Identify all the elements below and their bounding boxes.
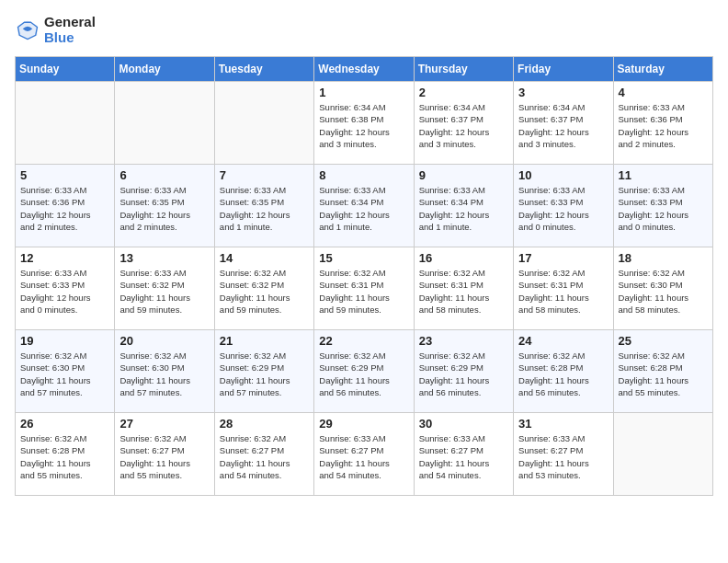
day-number: 19 bbox=[20, 334, 109, 348]
day-info: Sunrise: 6:34 AM Sunset: 6:38 PM Dayligh… bbox=[319, 101, 408, 150]
calendar-cell: 29Sunrise: 6:33 AM Sunset: 6:27 PM Dayli… bbox=[314, 413, 414, 496]
day-info: Sunrise: 6:32 AM Sunset: 6:30 PM Dayligh… bbox=[20, 350, 109, 398]
day-number: 31 bbox=[518, 417, 608, 431]
calendar-cell bbox=[16, 82, 115, 165]
day-number: 24 bbox=[518, 334, 608, 348]
calendar-cell: 24Sunrise: 6:32 AM Sunset: 6:28 PM Dayli… bbox=[514, 330, 613, 413]
calendar-cell: 16Sunrise: 6:32 AM Sunset: 6:31 PM Dayli… bbox=[414, 247, 513, 330]
day-info: Sunrise: 6:32 AM Sunset: 6:31 PM Dayligh… bbox=[319, 267, 408, 316]
calendar-cell: 5Sunrise: 6:33 AM Sunset: 6:36 PM Daylig… bbox=[16, 165, 115, 247]
weekday-header: Saturday bbox=[613, 57, 712, 82]
day-info: Sunrise: 6:33 AM Sunset: 6:33 PM Dayligh… bbox=[518, 184, 608, 233]
weekday-header: Thursday bbox=[414, 57, 513, 82]
day-info: Sunrise: 6:32 AM Sunset: 6:29 PM Dayligh… bbox=[220, 350, 309, 398]
day-info: Sunrise: 6:32 AM Sunset: 6:27 PM Dayligh… bbox=[119, 432, 209, 481]
calendar-cell: 14Sunrise: 6:32 AM Sunset: 6:32 PM Dayli… bbox=[214, 247, 313, 330]
calendar-cell: 19Sunrise: 6:32 AM Sunset: 6:30 PM Dayli… bbox=[16, 330, 115, 413]
calendar-cell: 15Sunrise: 6:32 AM Sunset: 6:31 PM Dayli… bbox=[314, 247, 414, 330]
calendar-cell: 9Sunrise: 6:33 AM Sunset: 6:34 PM Daylig… bbox=[414, 165, 513, 247]
calendar-cell bbox=[214, 82, 313, 165]
day-info: Sunrise: 6:33 AM Sunset: 6:35 PM Dayligh… bbox=[220, 184, 309, 233]
calendar-cell: 17Sunrise: 6:32 AM Sunset: 6:31 PM Dayli… bbox=[514, 247, 613, 330]
weekday-header: Tuesday bbox=[214, 57, 313, 82]
calendar-cell bbox=[115, 82, 214, 165]
day-info: Sunrise: 6:32 AM Sunset: 6:30 PM Dayligh… bbox=[619, 267, 708, 316]
calendar-cell: 25Sunrise: 6:32 AM Sunset: 6:28 PM Dayli… bbox=[613, 330, 712, 413]
calendar-week-row: 12Sunrise: 6:33 AM Sunset: 6:33 PM Dayli… bbox=[16, 247, 713, 330]
logo-text: General Blue bbox=[44, 15, 96, 45]
day-number: 21 bbox=[220, 334, 309, 348]
day-number: 3 bbox=[518, 86, 608, 99]
weekday-header: Friday bbox=[514, 57, 613, 82]
calendar-week-row: 26Sunrise: 6:32 AM Sunset: 6:28 PM Dayli… bbox=[16, 413, 713, 496]
calendar-cell bbox=[613, 413, 712, 496]
day-info: Sunrise: 6:33 AM Sunset: 6:27 PM Dayligh… bbox=[518, 432, 608, 481]
calendar-cell: 1Sunrise: 6:34 AM Sunset: 6:38 PM Daylig… bbox=[314, 82, 414, 165]
day-number: 4 bbox=[619, 86, 708, 99]
day-number: 1 bbox=[319, 86, 408, 99]
calendar-week-row: 19Sunrise: 6:32 AM Sunset: 6:30 PM Dayli… bbox=[16, 330, 713, 413]
weekday-header: Wednesday bbox=[314, 57, 414, 82]
day-info: Sunrise: 6:32 AM Sunset: 6:28 PM Dayligh… bbox=[518, 350, 608, 398]
calendar-cell: 30Sunrise: 6:33 AM Sunset: 6:27 PM Dayli… bbox=[414, 413, 513, 496]
day-info: Sunrise: 6:32 AM Sunset: 6:27 PM Dayligh… bbox=[220, 432, 309, 481]
calendar-cell: 26Sunrise: 6:32 AM Sunset: 6:28 PM Dayli… bbox=[16, 413, 115, 496]
calendar-cell: 22Sunrise: 6:32 AM Sunset: 6:29 PM Dayli… bbox=[314, 330, 414, 413]
day-number: 11 bbox=[619, 168, 708, 182]
calendar-cell: 4Sunrise: 6:33 AM Sunset: 6:36 PM Daylig… bbox=[613, 82, 712, 165]
calendar-cell: 11Sunrise: 6:33 AM Sunset: 6:33 PM Dayli… bbox=[613, 165, 712, 247]
calendar-table: SundayMondayTuesdayWednesdayThursdayFrid… bbox=[15, 56, 713, 496]
day-info: Sunrise: 6:33 AM Sunset: 6:33 PM Dayligh… bbox=[619, 184, 708, 233]
day-number: 18 bbox=[619, 251, 708, 265]
day-number: 13 bbox=[119, 251, 209, 265]
calendar-cell: 10Sunrise: 6:33 AM Sunset: 6:33 PM Dayli… bbox=[514, 165, 613, 247]
day-info: Sunrise: 6:32 AM Sunset: 6:28 PM Dayligh… bbox=[20, 432, 109, 481]
day-info: Sunrise: 6:32 AM Sunset: 6:32 PM Dayligh… bbox=[220, 267, 309, 316]
day-number: 6 bbox=[119, 168, 209, 182]
calendar-cell: 28Sunrise: 6:32 AM Sunset: 6:27 PM Dayli… bbox=[214, 413, 313, 496]
day-info: Sunrise: 6:33 AM Sunset: 6:33 PM Dayligh… bbox=[20, 267, 109, 316]
day-info: Sunrise: 6:33 AM Sunset: 6:34 PM Dayligh… bbox=[419, 184, 508, 233]
day-info: Sunrise: 6:32 AM Sunset: 6:31 PM Dayligh… bbox=[419, 267, 508, 316]
day-info: Sunrise: 6:33 AM Sunset: 6:36 PM Dayligh… bbox=[20, 184, 109, 233]
day-number: 16 bbox=[419, 251, 508, 265]
day-number: 20 bbox=[119, 334, 209, 348]
day-info: Sunrise: 6:33 AM Sunset: 6:35 PM Dayligh… bbox=[119, 184, 209, 233]
logo: General Blue bbox=[15, 15, 96, 45]
day-number: 10 bbox=[518, 168, 608, 182]
day-number: 5 bbox=[20, 168, 109, 182]
calendar-cell: 2Sunrise: 6:34 AM Sunset: 6:37 PM Daylig… bbox=[414, 82, 513, 165]
calendar-cell: 23Sunrise: 6:32 AM Sunset: 6:29 PM Dayli… bbox=[414, 330, 513, 413]
calendar-cell: 21Sunrise: 6:32 AM Sunset: 6:29 PM Dayli… bbox=[214, 330, 313, 413]
calendar-cell: 13Sunrise: 6:33 AM Sunset: 6:32 PM Dayli… bbox=[115, 247, 214, 330]
day-info: Sunrise: 6:33 AM Sunset: 6:34 PM Dayligh… bbox=[319, 184, 408, 233]
weekday-header: Monday bbox=[115, 57, 214, 82]
calendar-header: SundayMondayTuesdayWednesdayThursdayFrid… bbox=[16, 57, 713, 82]
calendar-cell: 31Sunrise: 6:33 AM Sunset: 6:27 PM Dayli… bbox=[514, 413, 613, 496]
day-number: 8 bbox=[319, 168, 408, 182]
day-info: Sunrise: 6:33 AM Sunset: 6:36 PM Dayligh… bbox=[619, 101, 708, 150]
day-number: 2 bbox=[419, 86, 508, 99]
day-number: 17 bbox=[518, 251, 608, 265]
day-info: Sunrise: 6:33 AM Sunset: 6:32 PM Dayligh… bbox=[119, 267, 209, 316]
day-number: 7 bbox=[220, 168, 309, 182]
day-info: Sunrise: 6:32 AM Sunset: 6:30 PM Dayligh… bbox=[119, 350, 209, 398]
calendar-cell: 12Sunrise: 6:33 AM Sunset: 6:33 PM Dayli… bbox=[16, 247, 115, 330]
calendar-cell: 3Sunrise: 6:34 AM Sunset: 6:37 PM Daylig… bbox=[514, 82, 613, 165]
calendar-cell: 27Sunrise: 6:32 AM Sunset: 6:27 PM Dayli… bbox=[115, 413, 214, 496]
calendar-week-row: 1Sunrise: 6:34 AM Sunset: 6:38 PM Daylig… bbox=[16, 82, 713, 165]
logo-icon bbox=[15, 17, 40, 43]
day-number: 9 bbox=[419, 168, 508, 182]
day-info: Sunrise: 6:32 AM Sunset: 6:29 PM Dayligh… bbox=[419, 350, 508, 398]
calendar-week-row: 5Sunrise: 6:33 AM Sunset: 6:36 PM Daylig… bbox=[16, 165, 713, 247]
day-number: 15 bbox=[319, 251, 408, 265]
day-info: Sunrise: 6:34 AM Sunset: 6:37 PM Dayligh… bbox=[518, 101, 608, 150]
page-header: General Blue bbox=[15, 15, 713, 45]
day-info: Sunrise: 6:33 AM Sunset: 6:27 PM Dayligh… bbox=[419, 432, 508, 481]
day-info: Sunrise: 6:34 AM Sunset: 6:37 PM Dayligh… bbox=[419, 101, 508, 150]
day-info: Sunrise: 6:32 AM Sunset: 6:31 PM Dayligh… bbox=[518, 267, 608, 316]
day-info: Sunrise: 6:32 AM Sunset: 6:29 PM Dayligh… bbox=[319, 350, 408, 398]
day-number: 12 bbox=[20, 251, 109, 265]
day-number: 14 bbox=[220, 251, 309, 265]
day-number: 30 bbox=[419, 417, 508, 431]
